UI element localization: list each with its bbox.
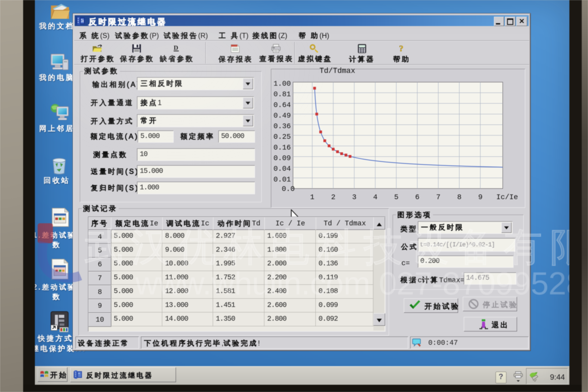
svg-text:?: ?: [399, 44, 403, 53]
svg-text:D: D: [174, 44, 178, 51]
